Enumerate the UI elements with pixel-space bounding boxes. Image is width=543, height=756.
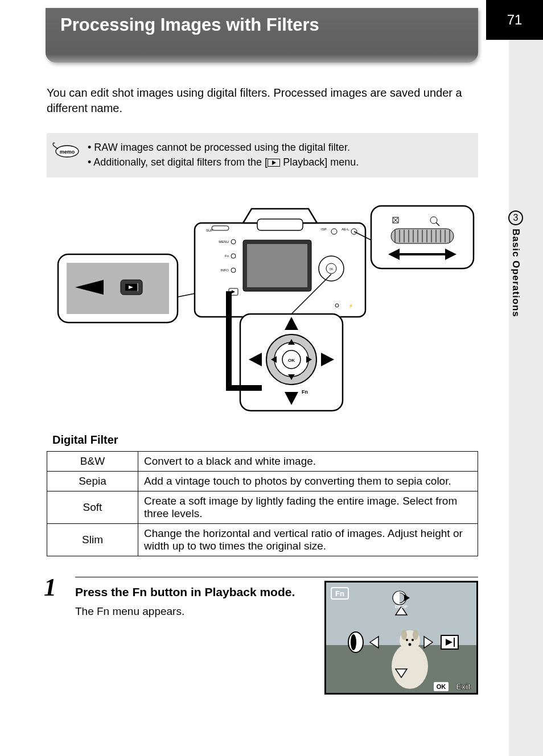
memo-box: memo RAW images cannot be processed usin…	[47, 133, 478, 177]
step-number: 1	[44, 573, 56, 602]
filter-name: Soft	[47, 491, 138, 524]
memo-icon: memo	[50, 141, 81, 158]
page-title: Processing Images with Filters	[60, 15, 319, 35]
intro-text: You can edit shot images using digital f…	[47, 85, 478, 116]
filter-desc: Convert to a black and white image.	[138, 452, 478, 472]
svg-text:memo: memo	[60, 149, 75, 155]
svg-point-79	[401, 630, 407, 640]
table-row: Soft Create a soft image by lightly fadi…	[47, 491, 478, 524]
section-number: 3	[513, 213, 519, 223]
filter-desc: Create a soft image by lightly fading th…	[138, 491, 478, 524]
page-number-text: 71	[507, 12, 523, 28]
filter-name: B&W	[47, 452, 138, 472]
svg-text:PENTAX: PENTAX	[272, 296, 286, 299]
page-number: 71	[486, 0, 543, 40]
camera-diagram: PENTAX MENU Fn INFO ISP AE-L	[47, 200, 478, 416]
title-bar: Processing Images with Filters	[46, 8, 478, 63]
fn-menu-preview: Fn DPOF	[324, 581, 478, 695]
filter-name: Slim	[47, 524, 138, 556]
svg-text:OK: OK	[437, 683, 446, 690]
svg-text:Fn: Fn	[335, 589, 344, 598]
svg-point-81	[406, 639, 408, 641]
filter-table: B&W Convert to a black and white image. …	[47, 451, 478, 556]
page: 71 3 Basic Operations Processing Images …	[0, 0, 543, 756]
section-number-circle: 3	[508, 210, 523, 225]
step-1: 1 Press the Fn button in Playback mode. …	[75, 577, 478, 617]
svg-text:Fn: Fn	[225, 254, 229, 258]
svg-text:MENU: MENU	[219, 240, 229, 243]
svg-point-83	[409, 643, 412, 646]
table-row: Slim Change the horizontal and vertical …	[47, 524, 478, 556]
svg-point-82	[412, 639, 414, 641]
filter-desc: Change the horizontal and vertical ratio…	[138, 524, 478, 556]
table-row: B&W Convert to a black and white image.	[47, 452, 478, 472]
filter-desc: Add a vintage touch to photos by convert…	[138, 472, 478, 491]
svg-text:Exit: Exit	[456, 682, 471, 691]
svg-text:INFO: INFO	[221, 268, 229, 272]
section-title: Basic Operations	[510, 229, 521, 317]
side-strip	[509, 0, 543, 756]
svg-text:AE-L: AE-L	[342, 228, 349, 231]
memo-item-2: Additionally, set digital filters from t…	[94, 155, 468, 170]
svg-text:⚡: ⚡	[348, 303, 353, 308]
svg-text:OK: OK	[329, 267, 334, 271]
svg-rect-11	[257, 219, 303, 230]
svg-rect-13	[247, 244, 307, 287]
content-area: You can edit shot images using digital f…	[47, 85, 478, 618]
step-heading: Press the Fn button in Playback mode.	[75, 584, 303, 600]
section-marker: 3 Basic Operations	[508, 210, 523, 317]
svg-point-93	[351, 634, 356, 650]
svg-text:OK: OK	[288, 358, 295, 363]
table-row: Sepia Add a vintage touch to photos by c…	[47, 472, 478, 491]
svg-text:Fn: Fn	[302, 389, 308, 395]
memo-item-1: RAW images cannot be processed using the…	[94, 140, 468, 155]
playback-icon	[268, 159, 280, 167]
filter-heading: Digital Filter	[52, 433, 478, 447]
svg-text:ISP: ISP	[321, 228, 327, 231]
filter-name: Sepia	[47, 472, 138, 491]
svg-point-80	[413, 630, 418, 640]
svg-text:DPOF: DPOF	[395, 604, 408, 609]
